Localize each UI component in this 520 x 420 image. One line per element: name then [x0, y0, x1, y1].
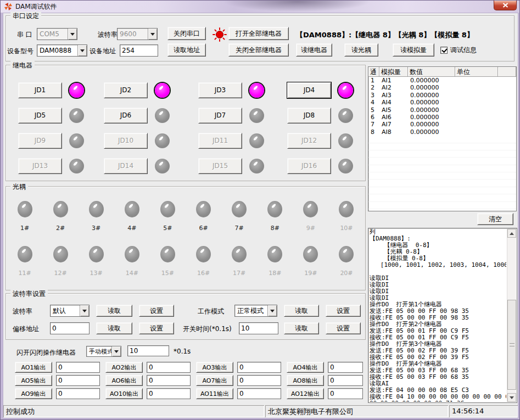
read-relays-button[interactable]: 读继电器: [296, 43, 332, 57]
analog-column-header[interactable]: [498, 67, 516, 77]
read-address-button[interactable]: 读取地址: [167, 43, 206, 57]
scroll-down-icon[interactable]: [507, 393, 516, 402]
open-all-relays-button[interactable]: 打开全部继电器: [228, 27, 289, 40]
relay-button-jd16[interactable]: JD16: [287, 158, 331, 174]
relay-cell-jd4: JD4: [287, 77, 364, 103]
analog-table[interactable]: 通模拟量数值单位 1AI10.0000002AI20.0000003AI30.0…: [368, 66, 517, 211]
offset-address-input[interactable]: [50, 322, 90, 334]
close-button[interactable]: [494, 1, 517, 10]
switch-time-set-button[interactable]: 设置: [326, 322, 361, 334]
chevron-down-icon[interactable]: [80, 305, 89, 316]
model-select[interactable]: DAM0888: [37, 44, 87, 57]
ao-output-button-4[interactable]: AO4输出: [287, 362, 324, 373]
ao-output-input-12[interactable]: [328, 388, 363, 399]
relay-cell-jd1: JD1: [18, 77, 104, 103]
relay-button-jd7[interactable]: JD7: [198, 108, 242, 124]
ao-output-button-8[interactable]: AO8输出: [287, 375, 324, 386]
relay-button-jd12[interactable]: JD12: [287, 133, 331, 149]
ao-output-input-10[interactable]: [147, 388, 191, 399]
offset-read-button[interactable]: 读取: [96, 322, 132, 334]
ao-output-button-2[interactable]: AO2输出: [105, 362, 143, 373]
analog-table-row: 2AI20.000000: [368, 84, 516, 91]
relay-button-jd1[interactable]: JD1: [18, 82, 62, 98]
relay-button-jd9[interactable]: JD9: [18, 133, 62, 149]
ao-output-input-6[interactable]: [147, 375, 191, 386]
opto-group-title: 光耦: [10, 182, 28, 192]
relay-cell-jd6: JD6: [104, 103, 198, 128]
switch-time-input[interactable]: [239, 322, 278, 334]
baudrate-set-button[interactable]: 设置: [139, 305, 174, 317]
analog-column-header[interactable]: 模拟量: [379, 67, 408, 77]
chevron-down-icon[interactable]: [267, 305, 277, 316]
relay-button-jd3[interactable]: JD3: [198, 82, 242, 98]
chevron-down-icon[interactable]: [111, 346, 121, 356]
relay-button-jd6[interactable]: JD6: [104, 108, 148, 124]
ao-output-button-9[interactable]: AO9输出: [15, 388, 52, 399]
close-icon: [502, 2, 508, 9]
analog-column-header[interactable]: 数值: [408, 67, 455, 77]
opto-item-8: 8#: [265, 201, 285, 232]
ao-output-input-8[interactable]: [328, 375, 363, 386]
close-all-relays-button[interactable]: 关闭全部继电器: [228, 43, 289, 57]
log-scrollbar[interactable]: [507, 229, 516, 402]
offset-set-button[interactable]: 设置: [139, 322, 174, 334]
ao-output-input-9[interactable]: [56, 388, 100, 399]
relay-button-jd2[interactable]: JD2: [104, 82, 148, 98]
relay-button-jd8[interactable]: JD8: [287, 108, 331, 124]
ao-output-input-7[interactable]: [237, 375, 281, 386]
ao-output-input-3[interactable]: [237, 362, 281, 373]
ao-output-button-1[interactable]: AO1输出: [15, 362, 52, 373]
relay-button-jd11[interactable]: JD11: [198, 133, 242, 149]
work-mode-read-button[interactable]: 读取: [284, 305, 319, 317]
relay-button-jd15[interactable]: JD15: [198, 158, 242, 174]
scroll-up-icon[interactable]: [507, 229, 516, 238]
device-address-input[interactable]: [120, 44, 158, 57]
analog-table-cell: [498, 92, 516, 99]
ao-output-button-10[interactable]: AO10输出: [105, 388, 143, 399]
relay-button-jd14[interactable]: JD14: [104, 158, 148, 174]
ao-output-button-6[interactable]: AO6输出: [105, 375, 143, 386]
close-serial-button[interactable]: 关闭串口: [167, 27, 206, 40]
relay-button-jd13[interactable]: JD13: [18, 158, 62, 174]
switch-time-read-button[interactable]: 读取: [284, 322, 319, 334]
flash-time-input[interactable]: [127, 345, 169, 356]
ao-output-input-5[interactable]: [56, 375, 100, 386]
chevron-down-icon[interactable]: [148, 29, 157, 40]
ao-output-input-4[interactable]: [328, 362, 363, 373]
ao-output-button-5[interactable]: AO5输出: [15, 375, 52, 386]
ao-output-input-11[interactable]: [237, 388, 281, 399]
opto-led-3: [89, 201, 104, 217]
serial-port-select[interactable]: COM5: [37, 28, 77, 40]
checkbox-check-icon: [440, 47, 448, 54]
ao-output-input-2[interactable]: [147, 362, 191, 373]
ao-output-input-1[interactable]: [56, 362, 100, 373]
flash-mode-select[interactable]: 手动模式: [86, 346, 121, 357]
chevron-down-icon[interactable]: [68, 29, 77, 40]
relay-button-jd5[interactable]: JD5: [18, 108, 62, 124]
work-mode-set-button[interactable]: 设置: [326, 305, 361, 317]
opto-label-4: 4#: [127, 225, 136, 232]
relay-grid: JD1JD2JD3JD4JD5JD6JD7JD8JD9JD10JD11JD12J…: [18, 77, 364, 178]
log-panel[interactable]: 列 【DAM0888】: 【继电器 0-8】 【光耦 0-8】 【模拟量 0-8…: [368, 228, 517, 403]
chevron-down-icon[interactable]: [77, 45, 87, 56]
clear-log-button[interactable]: 清空: [477, 213, 513, 225]
analog-column-header[interactable]: 通: [368, 67, 379, 77]
work-mode-select[interactable]: 正常模式: [234, 305, 277, 317]
relay-button-jd10[interactable]: JD10: [104, 133, 148, 149]
debug-info-checkbox[interactable]: 调试信息: [440, 46, 477, 55]
baud-select[interactable]: 9600: [117, 28, 158, 40]
ao-output-button-12[interactable]: AO12输出: [287, 388, 324, 399]
opto-led-16: [196, 246, 211, 262]
ao-output-button-7[interactable]: AO7输出: [196, 375, 233, 386]
baudrate-select[interactable]: 默认: [50, 305, 90, 317]
read-analog-button[interactable]: 读模拟量: [393, 43, 434, 57]
relay-button-jd4[interactable]: JD4: [287, 82, 331, 98]
ao-output-button-3[interactable]: AO3输出: [196, 362, 233, 373]
ao-output-button-11[interactable]: AO11输出: [196, 388, 233, 399]
read-opto-button[interactable]: 读光耦: [344, 43, 378, 57]
scrollbar-thumb[interactable]: [507, 300, 516, 390]
titlebar[interactable]: DAM调试软件: [1, 1, 519, 13]
analog-column-header[interactable]: 单位: [455, 67, 498, 77]
baudrate-read-button[interactable]: 读取: [96, 305, 132, 317]
analog-table-cell: [498, 84, 516, 91]
